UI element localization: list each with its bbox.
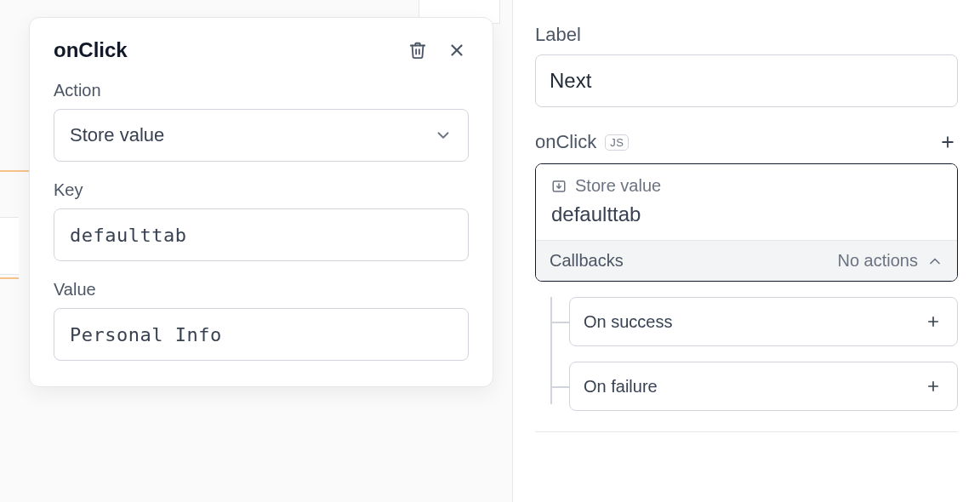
tree-connector-horizontal — [551, 322, 569, 323]
action-field-group: Action Store value — [54, 81, 469, 162]
callback-tree: On success On failure — [535, 297, 958, 411]
plus-icon — [926, 379, 941, 394]
callbacks-bar[interactable]: Callbacks No actions — [536, 240, 957, 281]
action-select[interactable]: Store value — [54, 109, 469, 162]
on-failure-label: On failure — [584, 377, 658, 396]
tree-connector-horizontal — [551, 386, 569, 388]
background-connector — [0, 277, 19, 279]
key-field-label: Key — [54, 180, 469, 200]
action-card-body: Store value defaulttab — [536, 164, 957, 240]
action-select-value: Store value — [70, 124, 164, 146]
callbacks-label: Callbacks — [550, 251, 624, 271]
chevron-up-icon — [926, 253, 943, 270]
key-field-group: Key — [54, 180, 469, 261]
close-icon — [447, 41, 466, 60]
callbacks-status: No actions — [838, 251, 919, 271]
plus-icon — [926, 314, 941, 329]
add-on-failure-button[interactable] — [923, 376, 943, 396]
background-connector — [0, 170, 30, 172]
onclick-action-card[interactable]: Store value defaulttab Callbacks No acti… — [535, 163, 958, 282]
js-badge[interactable]: JS — [605, 134, 629, 151]
onclick-header-left: onClick JS — [535, 131, 629, 153]
onclick-config-popover: onClick Action Store value — [29, 17, 493, 387]
delete-button[interactable] — [406, 38, 430, 62]
add-on-success-button[interactable] — [923, 311, 943, 332]
popover-title: onClick — [54, 38, 128, 62]
onclick-section-header: onClick JS — [535, 131, 958, 153]
value-input[interactable] — [54, 308, 469, 361]
action-card-value: defaulttab — [551, 203, 942, 226]
chevron-down-icon — [434, 126, 453, 145]
label-field-label: Label — [535, 24, 958, 46]
popover-header-actions — [406, 38, 469, 62]
value-field-label: Value — [54, 280, 469, 299]
action-field-label: Action — [54, 81, 469, 100]
on-failure-item: On failure — [569, 362, 958, 411]
action-card-title: Store value — [575, 176, 661, 196]
action-card-title-row: Store value — [551, 176, 942, 196]
onclick-label: onClick — [535, 131, 596, 153]
background-node-fragment — [0, 217, 19, 275]
add-onclick-action-button[interactable] — [937, 132, 958, 152]
inspector-divider — [535, 431, 958, 432]
close-button[interactable] — [445, 38, 469, 62]
on-failure-box[interactable]: On failure — [569, 362, 958, 411]
store-value-icon — [551, 179, 567, 194]
on-success-item: On success — [569, 297, 958, 346]
callbacks-status-group: No actions — [838, 251, 944, 271]
popover-header: onClick — [54, 38, 469, 62]
inspector-panel: Label onClick JS Store value defaulttab … — [512, 0, 980, 502]
on-success-label: On success — [584, 312, 672, 332]
trash-icon — [408, 41, 427, 60]
on-success-box[interactable]: On success — [569, 297, 958, 346]
value-field-group: Value — [54, 280, 469, 361]
tree-connector-vertical — [550, 297, 552, 404]
plus-icon — [939, 134, 956, 151]
key-input[interactable] — [54, 208, 469, 261]
label-input[interactable] — [535, 54, 958, 107]
